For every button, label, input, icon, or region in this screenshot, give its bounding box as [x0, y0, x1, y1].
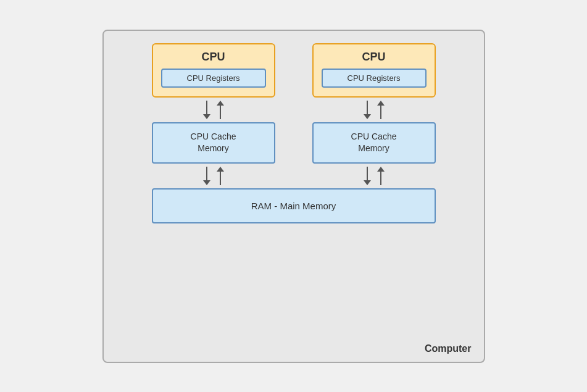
- shaft: [367, 101, 368, 114]
- arrow-section-2: [116, 164, 472, 188]
- cache-box-1: CPU CacheMemory: [152, 122, 275, 164]
- arrowhead-down-3: [203, 180, 210, 185]
- cpu1-registers: CPU Registers: [161, 69, 266, 88]
- ram-box: RAM - Main Memory: [152, 188, 436, 223]
- arrow-pair-4: [312, 167, 436, 185]
- arrowhead-up-2: [377, 101, 385, 106]
- shaft: [206, 101, 207, 114]
- cpu-box-2: CPU CPU Registers: [312, 43, 436, 98]
- arrow-down-2: [364, 101, 371, 119]
- shaft: [367, 167, 368, 180]
- arrow-pair-1: [152, 101, 275, 119]
- arrow-up-3: [217, 167, 224, 185]
- arrow-up-4: [377, 167, 385, 185]
- arrowhead-up-3: [217, 167, 224, 172]
- arrowhead-down-2: [364, 114, 371, 119]
- cpu-box-1: CPU CPU Registers: [152, 43, 275, 98]
- shaft: [380, 172, 381, 185]
- shaft: [220, 106, 221, 119]
- cache-row: CPU CacheMemory CPU CacheMemory: [116, 122, 472, 164]
- computer-box: CPU CPU Registers CPU CPU Registers: [102, 30, 485, 363]
- arrow-section-1: [116, 98, 472, 122]
- arrow-pair-3: [152, 167, 275, 185]
- arrow-pair-2: [312, 101, 436, 119]
- cpu2-title: CPU: [362, 51, 385, 64]
- arrowhead-up-1: [217, 101, 224, 106]
- arrow-down-1: [203, 101, 210, 119]
- computer-label: Computer: [425, 343, 472, 354]
- arrowhead-down-1: [203, 114, 210, 119]
- shaft: [380, 106, 381, 119]
- arrow-down-3: [203, 167, 210, 185]
- arrowhead-up-4: [377, 167, 385, 172]
- cpu1-title: CPU: [201, 51, 225, 64]
- arrow-down-4: [364, 167, 371, 185]
- shaft: [220, 172, 221, 185]
- cache-box-2: CPU CacheMemory: [312, 122, 436, 164]
- arrowhead-down-4: [364, 180, 371, 185]
- cpu2-registers: CPU Registers: [322, 69, 427, 88]
- cpu-row: CPU CPU Registers CPU CPU Registers: [116, 43, 472, 98]
- shaft: [206, 167, 207, 180]
- arrow-up-1: [217, 101, 224, 119]
- arrow-up-2: [377, 101, 385, 119]
